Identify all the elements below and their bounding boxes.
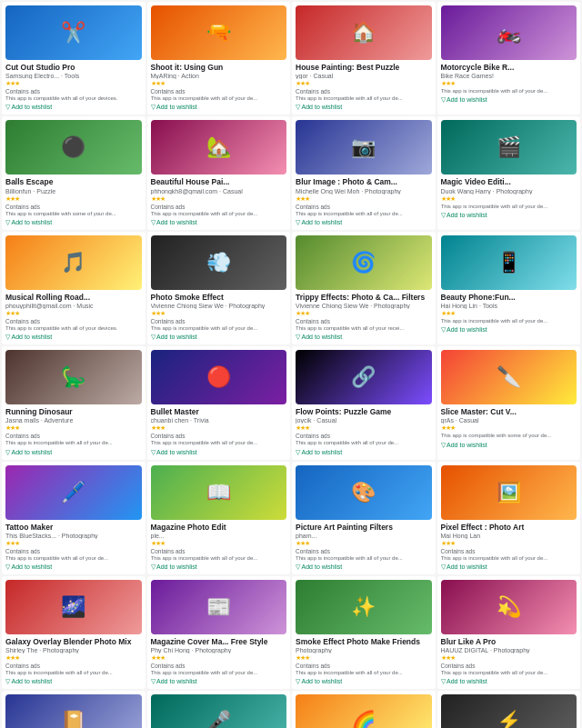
- app-title[interactable]: Flow Points: Puzzle Game: [296, 407, 432, 416]
- app-title[interactable]: Motorcycle Bike R...: [441, 63, 577, 72]
- add-wishlist-button[interactable]: ▽ Add to wishlist: [151, 563, 287, 571]
- app-thumbnail[interactable]: 📷: [296, 120, 432, 175]
- add-wishlist-button[interactable]: ▽ Add to wishlist: [5, 104, 142, 111]
- compatibility-text: This app is incompatible with all of you…: [441, 88, 577, 95]
- app-card: 🎤 Music Video Maker Luan Phuok Ling · Ph…: [147, 691, 291, 728]
- add-wishlist-button[interactable]: ▽ Add to wishlist: [441, 678, 577, 685]
- add-wishlist-button[interactable]: ▽ Add to wishlist: [5, 334, 142, 341]
- add-wishlist-button[interactable]: ▽ Add to wishlist: [5, 449, 142, 456]
- add-wishlist-button[interactable]: ▽ Add to wishlist: [151, 334, 287, 341]
- app-thumbnail[interactable]: 🌀: [296, 235, 432, 290]
- add-wishlist-button[interactable]: ▽ Add to wishlist: [5, 219, 142, 226]
- app-thumbnail[interactable]: 📔: [5, 694, 142, 728]
- ads-badge: Contains ads: [5, 433, 142, 439]
- app-card: 📱 Beauty Phone:Fun... Hai Hong Lin · Too…: [437, 232, 581, 344]
- app-thumbnail[interactable]: 🔫: [151, 5, 287, 60]
- app-developer: Shirley The · Photography: [5, 647, 142, 653]
- add-wishlist-button[interactable]: ▽ Add to wishlist: [151, 449, 287, 456]
- app-title[interactable]: Galaxy Overlay Blender Photo Mix: [5, 637, 142, 646]
- add-wishlist-button[interactable]: ▽ Add to wishlist: [151, 678, 287, 685]
- app-title[interactable]: Pixel Effect : Photo Art: [441, 523, 577, 532]
- app-thumbnail[interactable]: 🎬: [441, 120, 577, 175]
- compatibility-text: This app is incompatible with all of you…: [151, 95, 287, 102]
- add-wishlist-button[interactable]: ▽ Add to wishlist: [296, 219, 432, 226]
- app-rating: ★★★: [151, 424, 287, 432]
- app-title[interactable]: Blur Like A Pro: [441, 637, 577, 646]
- app-developer: Billionfun · Puzzle: [5, 188, 142, 194]
- app-thumbnail[interactable]: 🎤: [151, 694, 287, 728]
- add-wishlist-button[interactable]: ▽ Add to wishlist: [441, 212, 577, 219]
- app-thumbnail[interactable]: 📖: [151, 465, 287, 520]
- rating-stars: ★★★: [441, 195, 455, 203]
- app-thumbnail[interactable]: 🏠: [296, 5, 432, 60]
- app-thumbnail[interactable]: ✨: [296, 580, 432, 634]
- app-thumbnail[interactable]: 🎨: [296, 465, 432, 520]
- add-wishlist-button[interactable]: ▽ Add to wishlist: [441, 563, 577, 571]
- app-thumbnail[interactable]: 🏍️: [441, 5, 577, 60]
- app-thumbnail[interactable]: 🖼️: [441, 465, 577, 520]
- app-developer: joycik · Casual: [296, 417, 432, 424]
- add-wishlist-button[interactable]: ▽ Add to wishlist: [296, 563, 432, 571]
- app-thumbnail[interactable]: 🏡: [151, 120, 287, 175]
- app-thumbnail[interactable]: 🔴: [151, 350, 287, 404]
- add-wishlist-button[interactable]: ▽ Add to wishlist: [441, 96, 577, 104]
- app-rating: ★★★: [441, 310, 577, 317]
- app-title[interactable]: Magic Video Editi...: [441, 177, 577, 186]
- app-title[interactable]: Slice Master: Cut V...: [441, 407, 577, 416]
- app-title[interactable]: Shoot it: Using Gun: [151, 63, 287, 72]
- app-thumbnail[interactable]: 🔪: [441, 350, 577, 404]
- add-wishlist-button[interactable]: ▽ Add to wishlist: [5, 563, 142, 571]
- app-title[interactable]: House Painting: Best Puzzle: [296, 63, 432, 72]
- app-thumbnail[interactable]: ✂️: [5, 5, 142, 60]
- app-thumbnail[interactable]: 🌈: [296, 694, 432, 728]
- app-title[interactable]: Magazine Photo Edit: [151, 523, 287, 532]
- app-rating: ★★★: [151, 195, 287, 203]
- app-title[interactable]: Smoke Effect Photo Make Friends: [296, 637, 432, 646]
- app-thumbnail[interactable]: 💨: [151, 235, 287, 290]
- add-wishlist-button[interactable]: ▽ Add to wishlist: [151, 219, 287, 226]
- app-thumbnail[interactable]: 🖊️: [5, 465, 142, 520]
- app-title[interactable]: Blur Image : Photo & Cam...: [296, 177, 432, 186]
- app-title[interactable]: Bullet Master: [151, 407, 287, 416]
- add-wishlist-button[interactable]: ▽ Add to wishlist: [441, 442, 577, 449]
- app-thumbnail[interactable]: 🌌: [5, 580, 142, 634]
- rating-stars: ★★★: [5, 195, 19, 203]
- rating-stars: ★★★: [151, 310, 165, 317]
- app-thumbnail[interactable]: 🎵: [5, 235, 142, 290]
- app-thumbnail[interactable]: 💫: [441, 580, 577, 634]
- app-title[interactable]: Musical Rolling Road...: [5, 293, 142, 302]
- app-thumbnail[interactable]: 🔗: [296, 350, 432, 404]
- add-wishlist-button[interactable]: ▽ Add to wishlist: [296, 449, 432, 456]
- app-thumbnail[interactable]: 🦕: [5, 350, 142, 404]
- rating-stars: ★★★: [441, 540, 455, 547]
- rating-stars: ★★★: [5, 80, 19, 87]
- add-wishlist-button[interactable]: ▽ Add to wishlist: [5, 678, 142, 685]
- app-title[interactable]: Balls Escape: [5, 177, 142, 186]
- app-title[interactable]: Photo Smoke Effect: [151, 293, 287, 302]
- app-card: 📰 Magazine Cover Ma... Free Style Phy Ch…: [147, 576, 291, 689]
- add-wishlist-button[interactable]: ▽ Add to wishlist: [296, 678, 432, 685]
- app-title[interactable]: Tattoo Maker: [5, 523, 142, 532]
- app-title[interactable]: Magazine Cover Ma... Free Style: [151, 637, 287, 646]
- compatibility-text: This app is incompatible with all of you…: [296, 95, 432, 102]
- app-title[interactable]: Running Dinosaur: [5, 407, 142, 416]
- app-icon: 🎨: [296, 465, 432, 520]
- app-title[interactable]: Picture Art Painting Filters: [296, 523, 432, 532]
- app-developer: ple...: [151, 533, 287, 539]
- add-wishlist-button[interactable]: ▽ Add to wishlist: [296, 334, 432, 341]
- app-title[interactable]: Trippy Effects: Photo & Ca... Filters: [296, 293, 432, 302]
- app-card: 💫 Blur Like A Pro HAUUZ DIGITAL · Photog…: [437, 576, 581, 689]
- app-thumbnail[interactable]: ⚡: [441, 694, 577, 728]
- add-wishlist-button[interactable]: ▽ Add to wishlist: [441, 326, 577, 334]
- add-wishlist-button[interactable]: ▽ Add to wishlist: [151, 104, 287, 111]
- app-title[interactable]: Cut Out Studio Pro: [5, 63, 142, 72]
- app-thumbnail[interactable]: ⚫: [5, 120, 142, 175]
- app-thumbnail[interactable]: 📱: [441, 235, 577, 290]
- app-title[interactable]: Beautiful House Pai...: [151, 177, 287, 186]
- app-icon: 📔: [5, 694, 142, 728]
- app-thumbnail[interactable]: 📰: [151, 580, 287, 634]
- ads-badge: Contains ads: [5, 548, 142, 554]
- app-title[interactable]: Beauty Phone:Fun...: [441, 293, 577, 302]
- app-card: 🖊️ Tattoo Maker This BlueStacks... · Pho…: [2, 462, 146, 574]
- add-wishlist-button[interactable]: ▽ Add to wishlist: [296, 104, 432, 111]
